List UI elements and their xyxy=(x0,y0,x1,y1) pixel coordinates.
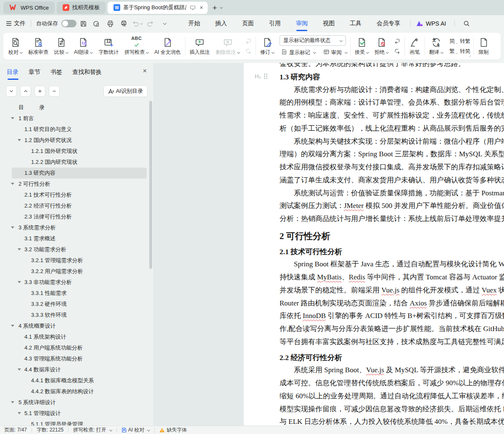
print-preview-button[interactable] xyxy=(118,18,129,29)
next-change-button[interactable] xyxy=(393,47,401,55)
ai-recognize-toc-button[interactable]: AI识别目录 xyxy=(103,85,148,97)
page-indicator[interactable]: 页面: 7/47 xyxy=(4,426,27,434)
outline-item[interactable]: 2.2 经济可行性分析 xyxy=(0,200,153,211)
sidebar-tab-查找和替换[interactable]: 查找和替换 xyxy=(72,68,102,80)
autosave-toggle[interactable] xyxy=(61,20,77,27)
outline-item[interactable]: 1 前言 xyxy=(0,113,153,124)
sidebar-close-icon[interactable]: × xyxy=(143,67,147,75)
undo-button[interactable] xyxy=(132,18,142,29)
sidebar-tab-书签[interactable]: 书签 xyxy=(50,68,62,80)
menu-tab-页面[interactable]: 页面 xyxy=(242,15,254,32)
standard-review-button[interactable]: 标准审查 xyxy=(25,36,51,57)
insert-comment-button[interactable]: 插入批注 xyxy=(187,36,213,57)
word-count-button[interactable]: 12字数统计 xyxy=(95,36,121,57)
menu-tab-视图[interactable]: 视图 xyxy=(323,15,335,32)
print-button[interactable] xyxy=(105,18,116,29)
spellcheck-status[interactable]: 拼写检查: 打开 xyxy=(73,426,112,434)
ink-pen-button[interactable]: 画笔 xyxy=(406,36,423,57)
menu-tab-插入[interactable]: 插入 xyxy=(215,15,227,32)
collapse-arrow-icon[interactable] xyxy=(18,412,21,414)
collapse-arrow-icon[interactable] xyxy=(11,401,14,403)
compare-button[interactable]: 比较 xyxy=(51,36,71,57)
sidebar-tab-章节[interactable]: 章节 xyxy=(29,68,40,80)
restrict-edit-button[interactable]: 限制 xyxy=(475,36,492,57)
outline-item[interactable]: 3.1 需求概述 xyxy=(0,233,153,244)
expand-all-button[interactable] xyxy=(34,86,45,97)
outline-item[interactable]: 1.3 研究内容 xyxy=(12,168,147,179)
outline-item[interactable]: 3 系统需求分析 xyxy=(0,222,153,233)
outline-item[interactable]: 3.2.2 用户端需求分析 xyxy=(0,266,153,277)
missing-font-warning[interactable]: 缺失字体 xyxy=(159,426,187,434)
review-pane-button[interactable]: 审阅 xyxy=(322,48,349,57)
outline-item[interactable]: 2.1 技术可行性分析 xyxy=(0,189,153,200)
save-button[interactable] xyxy=(78,18,89,29)
menu-tab-开始[interactable]: 开始 xyxy=(188,15,200,32)
outline-item[interactable]: 4.4.1 数据库概念模型关系 xyxy=(0,375,153,386)
menu-tab-工具[interactable]: 工具 xyxy=(350,15,362,32)
collapse-arrow-icon[interactable] xyxy=(18,139,21,141)
file-menu-button[interactable]: 文件 xyxy=(6,20,26,27)
ai-read-button[interactable]: AI朗读 xyxy=(71,36,95,57)
outline-item[interactable]: 3.3.2 硬件环境 xyxy=(0,299,153,310)
menu-tab-引用[interactable]: 引用 xyxy=(269,15,281,32)
collapse-up-button[interactable] xyxy=(20,86,31,97)
accept-button[interactable]: 接受 xyxy=(352,36,372,57)
sidebar-scrollbar[interactable] xyxy=(149,101,152,269)
to-simplified-button[interactable]: 繁→转简 xyxy=(448,47,472,55)
screen-share-icon[interactable] xyxy=(190,5,195,10)
search-icon[interactable] xyxy=(461,18,472,29)
word-count-indicator[interactable]: 字数: 22125 xyxy=(37,426,63,434)
ai-polish-button[interactable]: AI 全文润色 xyxy=(151,36,184,57)
collapse-arrow-icon[interactable] xyxy=(11,226,14,229)
outline-item[interactable]: 4.4.2 数据库表的结构设计 xyxy=(0,386,153,397)
collapse-arrow-icon[interactable] xyxy=(18,368,21,371)
collapse-arrow-icon[interactable] xyxy=(11,117,14,119)
outline-item[interactable]: 5 系统详细设计 xyxy=(0,397,153,408)
document-text[interactable]: 金收安全。为本系统的架构设计提供了非常好的参考思路。1.3 研究内容系统需求分析… xyxy=(280,63,504,426)
redo-button[interactable] xyxy=(145,18,156,29)
proofread-button[interactable]: 校对 xyxy=(5,36,25,57)
export-pdf-button[interactable] xyxy=(91,18,102,29)
prev-comment-button[interactable] xyxy=(244,37,253,45)
outline-item[interactable]: 5.1.1 管理员登录管理 xyxy=(0,419,153,426)
next-comment-button[interactable] xyxy=(244,47,253,55)
track-changes-button[interactable]: 修订 xyxy=(257,36,277,57)
menu-tab-审阅[interactable]: 审阅 xyxy=(296,15,308,32)
outline-item[interactable]: 3.3.3 软件环境 xyxy=(0,310,153,321)
outline-item[interactable]: 3.2 功能需求分析 xyxy=(0,244,153,255)
outline-item[interactable]: 4.1 系统架构设计 xyxy=(0,331,153,342)
close-tab-icon[interactable]: × xyxy=(198,4,204,11)
outline-item[interactable]: 5.1 管理端设计 xyxy=(0,408,153,419)
drag-handle-icon[interactable] xyxy=(264,74,267,79)
wps-ai-button[interactable]: WPS AI xyxy=(416,20,446,27)
new-tab-button[interactable]: + xyxy=(212,4,222,12)
outline-item[interactable]: 2 可行性分析 xyxy=(0,179,153,189)
translate-button[interactable]: 文A翻译 xyxy=(426,36,446,57)
prev-change-button[interactable] xyxy=(393,37,401,45)
sidebar-tab-目录[interactable]: 目录 xyxy=(7,68,18,80)
to-traditional-button[interactable]: 简→转繁 xyxy=(448,37,472,45)
outline-item[interactable]: 1.2.2 国内研究现状 xyxy=(0,157,153,168)
outline-item[interactable]: 4.4 数据库设计 xyxy=(0,364,153,375)
outline-item[interactable]: 1.2.1 国外研究现状 xyxy=(0,146,153,157)
outline-item[interactable]: 4 系统概要设计 xyxy=(0,321,153,331)
tab-wps-home[interactable]: WPS Office xyxy=(3,2,55,14)
outline-item[interactable]: 2.3 法律可行性分析 xyxy=(0,211,153,222)
delete-comment-button[interactable]: 删除批注 xyxy=(213,36,243,57)
collapse-arrow-icon[interactable] xyxy=(11,325,14,327)
expand-down-button[interactable] xyxy=(6,86,17,97)
document-page[interactable]: H₂ 金收安全。为本系统的架构设计提供了非常好的参考思路。1.3 研究内容系统需… xyxy=(244,63,504,426)
tab-docer-templates[interactable]: 找稻壳模板 xyxy=(57,2,106,14)
group-expand-icon[interactable]: ⌟ xyxy=(469,53,471,57)
ai-proofread-status[interactable]: AI 校对 xyxy=(121,426,150,434)
tab-document[interactable]: W 基于Spring Boot的蛋糕甜品 × xyxy=(108,2,208,14)
menu-tab-会员专享[interactable]: 会员专享 xyxy=(377,15,400,32)
collapse-arrow-icon[interactable] xyxy=(18,248,21,250)
outline-item[interactable]: 4.2 用户端系统功能分析 xyxy=(0,342,153,353)
outline-item[interactable]: 3.3.1 性能需求 xyxy=(0,288,153,299)
collapse-arrow-icon[interactable] xyxy=(11,183,14,185)
outline-item[interactable]: 1.1 研究目的与意义 xyxy=(0,124,153,135)
more-commands-chevron-icon[interactable] xyxy=(158,18,169,29)
reject-button[interactable]: 拒绝 xyxy=(372,36,391,57)
outline-item[interactable]: 3.2.1 管理端需求分析 xyxy=(0,255,153,266)
